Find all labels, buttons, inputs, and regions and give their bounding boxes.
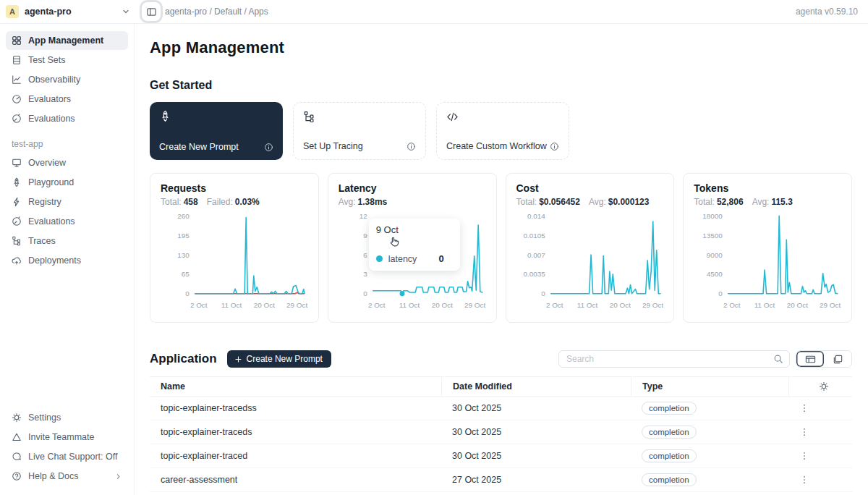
view-toggle [796,350,852,368]
chart-stat: Avg:$0.000123 [589,197,650,207]
chart-stat: Avg:115.3 [752,197,793,207]
svg-text:3: 3 [363,270,367,278]
sidebar-app-item-overview[interactable]: Overview [6,153,128,172]
sidebar-main-nav: App ManagementTest SetsObservabilityEval… [6,31,128,129]
info-icon[interactable] [550,142,559,151]
svg-text:0.0035: 0.0035 [523,270,545,278]
lightning-icon [12,197,22,207]
question-circle-icon [12,471,22,481]
sidebar-footer-item-invite-teammate[interactable]: Invite Teammate [6,428,128,447]
rocket-icon [12,177,22,187]
search-input[interactable] [565,353,773,365]
column-settings[interactable] [788,377,852,396]
sidebar-item-evaluators[interactable]: Evaluators [6,90,128,109]
sidebar-toggle-button[interactable] [142,2,161,21]
get-started-card-set-up-tracing[interactable]: Set Up Tracing [293,102,426,160]
card-view-icon [833,354,843,365]
sidebar-footer-item-settings[interactable]: Settings [6,408,128,427]
sidebar-app-item-traces[interactable]: Traces [6,232,128,250]
svg-text:29 Oct: 29 Oct [464,301,485,309]
chart-plot-cost[interactable]: 00.00350.0070.01050.0142 Oct11 Oct20 Oct… [516,210,664,317]
get-started-card-create-new-prompt[interactable]: Create New Prompt [150,102,283,160]
row-menu-button[interactable] [799,403,827,413]
dots-vertical-icon [799,475,809,485]
app-name: career-assessment [150,475,441,485]
breadcrumb[interactable]: agenta-pro / Default / Apps [165,7,796,17]
svg-text:260: 260 [177,212,190,220]
sidebar-app-item-playground[interactable]: Playground [6,173,128,192]
tree-icon [303,111,315,123]
chart-stat: Failed:0.03% [207,197,260,207]
get-started-card-label: Create Custom Workflow [446,141,547,151]
table-row-topic-explainer-traced[interactable]: topic-explainer-traced30 Oct 2025complet… [150,444,852,468]
chart-stat: Total:$0.056452 [516,197,580,207]
table-view-icon [805,354,816,365]
svg-text:18000: 18000 [702,212,723,220]
row-menu-button[interactable] [799,475,827,485]
table-view-button[interactable] [796,351,824,367]
create-new-prompt-label: Create New Prompt [247,354,323,364]
svg-text:11 Oct: 11 Oct [221,301,242,309]
chart-plot-tokens[interactable]: 04500900013500180002 Oct11 Oct20 Oct29 O… [694,210,841,317]
sidebar-app-item-evaluations[interactable]: Evaluations [6,212,128,231]
create-new-prompt-button[interactable]: Create New Prompt [227,350,331,368]
row-menu-button[interactable] [799,451,827,461]
code-icon [446,111,459,123]
sidebar-app-item-registry[interactable]: Registry [6,192,128,211]
sidebar-footer-item-help-docs[interactable]: Help & Docs [6,467,128,486]
sidebar-footer-item-live-chat-support-off[interactable]: Live Chat Support: Off [6,447,128,466]
card-view-button[interactable] [824,351,851,367]
chart-stat: Total:458 [161,197,198,207]
app-type-badge: completion [642,402,697,415]
chart-plot-requests[interactable]: 0651301952602 Oct11 Oct20 Oct29 Oct [161,210,308,317]
svg-text:2 Oct: 2 Oct [723,301,741,309]
tooltip-value: 0 [439,253,453,264]
sidebar-item-label: Settings [28,412,61,423]
app-type-badge: completion [642,473,697,486]
search-icon[interactable] [773,354,783,364]
gauge-icon [12,94,22,104]
app-date-modified: 30 Oct 2025 [441,427,631,437]
table-row-career-assessment[interactable]: career-assessment27 Oct 2025completion [150,468,852,492]
sidebar-item-test-sets[interactable]: Test Sets [6,51,128,69]
get-started-cards: Create New PromptSet Up TracingCreate Cu… [150,102,852,160]
svg-text:4500: 4500 [707,270,723,278]
sidebar-item-label: Deployments [28,255,81,266]
chart-card-tokens: TokensTotal:52,806Avg:115.30450090001350… [683,173,852,323]
chart-title: Requests [161,182,308,194]
info-icon[interactable] [407,142,416,151]
sidebar-item-evaluations[interactable]: Evaluations [6,109,128,128]
info-icon [264,143,273,152]
svg-text:20 Oct: 20 Oct [787,301,808,309]
tooltip-series-label: latency [388,254,417,264]
row-menu-button[interactable] [799,427,827,437]
svg-text:29 Oct: 29 Oct [642,301,663,309]
sidebar-app-section-label: test-app [12,139,128,149]
chevron-right-icon [114,473,122,481]
info-icon[interactable] [264,143,273,152]
app-name: topic-explainer-traced [150,451,441,461]
get-started-card-create-custom-workflow[interactable]: Create Custom Workflow [436,102,569,160]
sidebar-item-label: Playground [28,177,74,187]
svg-text:0: 0 [363,289,367,297]
svg-text:2 Oct: 2 Oct [368,301,386,309]
info-icon [407,142,416,151]
workspace-name: agenta-pro [25,7,116,17]
metrics-charts: RequestsTotal:458Failed:0.03%06513019526… [150,173,852,323]
tooltip-date: 9 Oct [376,224,453,235]
sidebar-item-app-management[interactable]: App Management [6,31,128,50]
sidebar-item-label: Invite Teammate [28,432,94,442]
plus-icon [234,355,242,363]
sidebar-item-observability[interactable]: Observability [6,70,128,89]
chart-title: Tokens [694,182,841,194]
sidebar-item-label: Evaluations [28,216,75,227]
workspace-selector[interactable]: A agenta-pro [6,5,130,18]
table-row-topic-explainer-traceds[interactable]: topic-explainer-traceds30 Oct 2025comple… [150,420,852,444]
chart-title: Cost [516,182,664,194]
main-content: App Management Get Started Create New Pr… [135,24,868,495]
svg-text:11 Oct: 11 Oct [576,301,597,309]
table-row-topic-explainer-tracedss[interactable]: topic-explainer-tracedss30 Oct 2025compl… [150,397,852,420]
sidebar-app-item-deployments[interactable]: Deployments [6,251,128,270]
sidebar-item-label: Evaluations [28,114,75,124]
svg-text:20 Oct: 20 Oct [609,301,630,309]
